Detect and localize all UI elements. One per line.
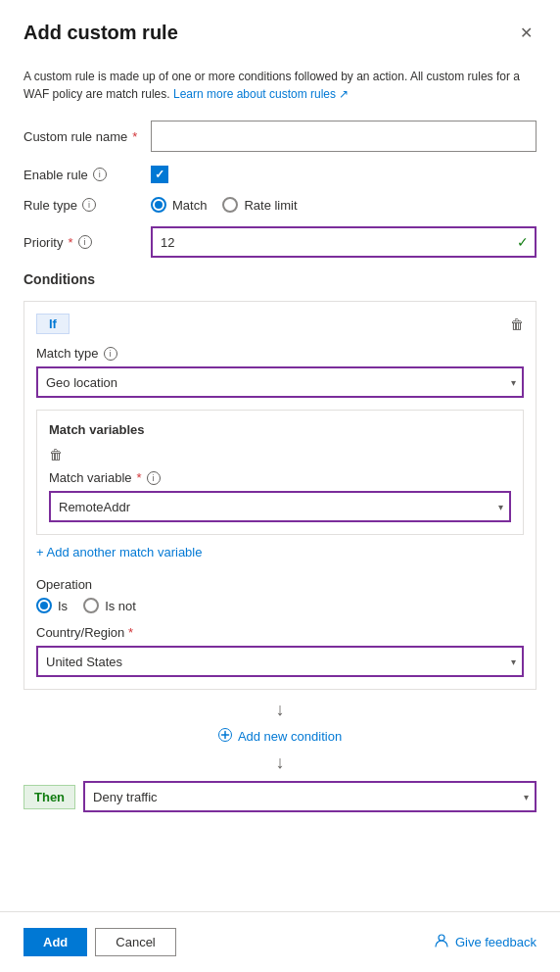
match-variable-info-icon: i bbox=[147, 471, 161, 485]
if-delete-icon[interactable]: 🗑 bbox=[510, 316, 524, 332]
checkmark-icon: ✓ bbox=[155, 168, 164, 181]
rule-type-rate-limit-option[interactable]: Rate limit bbox=[222, 197, 297, 213]
then-action-select-wrapper: Deny traffic Allow traffic Log ▾ bbox=[83, 781, 537, 812]
svg-point-1 bbox=[439, 935, 444, 941]
rule-type-match-label: Match bbox=[172, 198, 207, 213]
operation-isnot-label: Is not bbox=[105, 599, 136, 613]
give-feedback-label: Give feedback bbox=[455, 935, 537, 949]
operation-isnot-radio[interactable] bbox=[83, 598, 99, 613]
operation-label: Operation bbox=[36, 577, 524, 592]
match-type-info-icon: i bbox=[104, 347, 117, 361]
country-region-select-wrapper: United States China Russia Germany Franc… bbox=[36, 646, 524, 677]
add-button[interactable]: Add bbox=[23, 928, 87, 956]
footer-actions: Add Cancel bbox=[23, 928, 176, 956]
operation-is-radio[interactable] bbox=[36, 598, 52, 613]
match-type-select-wrapper: Geo location IP address HTTP header HTTP… bbox=[36, 366, 524, 398]
external-link-icon: ↗ bbox=[339, 87, 349, 101]
country-region-select[interactable]: United States China Russia Germany Franc… bbox=[36, 646, 524, 677]
then-row: Then Deny traffic Allow traffic Log ▾ bbox=[23, 781, 537, 812]
info-text: A custom rule is made up of one or more … bbox=[23, 68, 537, 103]
operation-section: Operation Is Is not bbox=[36, 577, 524, 613]
match-variable-delete-icon[interactable]: 🗑 bbox=[49, 447, 63, 462]
rule-type-label: Rule type i bbox=[23, 198, 151, 213]
match-variable-required: * bbox=[137, 470, 142, 485]
match-variable-select-wrapper: RemoteAddr RequestHeader RequestBody Req… bbox=[49, 491, 511, 522]
match-type-row: Match type i Geo location IP address HTT… bbox=[36, 346, 524, 398]
priority-control: ✓ bbox=[151, 226, 537, 258]
rule-type-rate-limit-label: Rate limit bbox=[244, 198, 297, 213]
required-marker: * bbox=[132, 129, 137, 144]
priority-label: Priority * i bbox=[23, 235, 151, 250]
match-variable-label: Match variable * i bbox=[49, 470, 511, 485]
dialog-footer: Add Cancel Give feedback bbox=[0, 911, 560, 972]
enable-rule-row: Enable rule i ✓ bbox=[23, 166, 537, 183]
custom-rule-name-input[interactable] bbox=[151, 121, 537, 152]
rule-type-control: Match Rate limit bbox=[151, 197, 537, 213]
if-header: If 🗑 bbox=[36, 314, 524, 334]
add-condition-label: Add new condition bbox=[238, 729, 342, 744]
rule-type-rate-limit-radio[interactable] bbox=[222, 197, 238, 213]
priority-input[interactable] bbox=[151, 226, 537, 258]
close-button[interactable]: ✕ bbox=[516, 20, 537, 46]
operation-radio-group: Is Is not bbox=[36, 598, 524, 613]
operation-is-option[interactable]: Is bbox=[36, 598, 68, 613]
feedback-person-icon bbox=[434, 933, 449, 951]
add-match-variable-label: + Add another match variable bbox=[36, 545, 202, 559]
rule-type-row: Rule type i Match Rate limit bbox=[23, 197, 537, 213]
country-region-label: Country/Region * bbox=[36, 625, 524, 640]
dialog-title: Add custom rule bbox=[23, 22, 178, 44]
priority-valid-icon: ✓ bbox=[517, 234, 529, 250]
rule-type-radio-group: Match Rate limit bbox=[151, 197, 537, 213]
match-type-select[interactable]: Geo location IP address HTTP header HTTP… bbox=[36, 366, 524, 398]
match-variables-section: Match variables 🗑 Match variable * i bbox=[36, 410, 524, 535]
enable-rule-checkbox[interactable]: ✓ bbox=[151, 166, 168, 183]
custom-rule-name-label: Custom rule name * bbox=[23, 129, 151, 144]
add-custom-rule-dialog: Add custom rule ✕ A custom rule is made … bbox=[0, 0, 560, 972]
then-badge: Then bbox=[23, 785, 75, 809]
add-condition-plus-icon bbox=[218, 728, 232, 745]
conditions-section: Conditions If 🗑 Match type i Geo locatio… bbox=[23, 271, 537, 812]
then-action-select[interactable]: Deny traffic Allow traffic Log bbox=[83, 781, 537, 812]
priority-input-wrapper: ✓ bbox=[151, 226, 537, 258]
match-type-label: Match type i bbox=[36, 346, 524, 361]
arrow-down-2: ↓ bbox=[23, 753, 537, 773]
match-variable-item-row: 🗑 bbox=[49, 447, 511, 462]
enable-rule-checkbox-wrapper: ✓ bbox=[151, 166, 537, 183]
priority-info-icon: i bbox=[78, 235, 92, 249]
dialog-body: A custom rule is made up of one or more … bbox=[0, 56, 560, 896]
priority-required-marker: * bbox=[68, 235, 72, 250]
dialog-header: Add custom rule ✕ bbox=[0, 0, 560, 56]
custom-rule-name-row: Custom rule name * bbox=[23, 121, 537, 152]
arrow-down-1: ↓ bbox=[23, 700, 537, 720]
country-region-required: * bbox=[128, 625, 133, 640]
enable-rule-label: Enable rule i bbox=[23, 168, 151, 182]
close-icon: ✕ bbox=[520, 24, 533, 42]
match-variables-title: Match variables bbox=[49, 422, 145, 437]
if-badge: If bbox=[36, 314, 70, 334]
enable-rule-control: ✓ bbox=[151, 166, 537, 183]
rule-type-info-icon: i bbox=[82, 198, 96, 212]
operation-isnot-option[interactable]: Is not bbox=[83, 598, 136, 613]
match-variable-control-row: Match variable * i RemoteAddr RequestHea… bbox=[49, 470, 511, 522]
country-region-row: Country/Region * United States China Rus… bbox=[36, 625, 524, 677]
priority-row: Priority * i ✓ bbox=[23, 226, 537, 258]
enable-rule-info-icon: i bbox=[93, 168, 107, 181]
rule-type-match-radio[interactable] bbox=[151, 197, 166, 213]
match-variables-header: Match variables bbox=[49, 422, 511, 437]
give-feedback-link[interactable]: Give feedback bbox=[434, 933, 537, 951]
conditions-title: Conditions bbox=[23, 271, 537, 287]
learn-more-link[interactable]: Learn more about custom rules ↗ bbox=[173, 87, 349, 101]
cancel-button[interactable]: Cancel bbox=[95, 928, 175, 956]
rule-type-match-option[interactable]: Match bbox=[151, 197, 207, 213]
operation-is-label: Is bbox=[58, 599, 68, 613]
add-condition-button[interactable]: Add new condition bbox=[23, 728, 537, 745]
if-block: If 🗑 Match type i Geo location IP addres… bbox=[23, 301, 537, 690]
match-variable-select[interactable]: RemoteAddr RequestHeader RequestBody Req… bbox=[49, 491, 511, 522]
custom-rule-name-control bbox=[151, 121, 537, 152]
add-match-variable-link[interactable]: + Add another match variable bbox=[36, 545, 202, 559]
